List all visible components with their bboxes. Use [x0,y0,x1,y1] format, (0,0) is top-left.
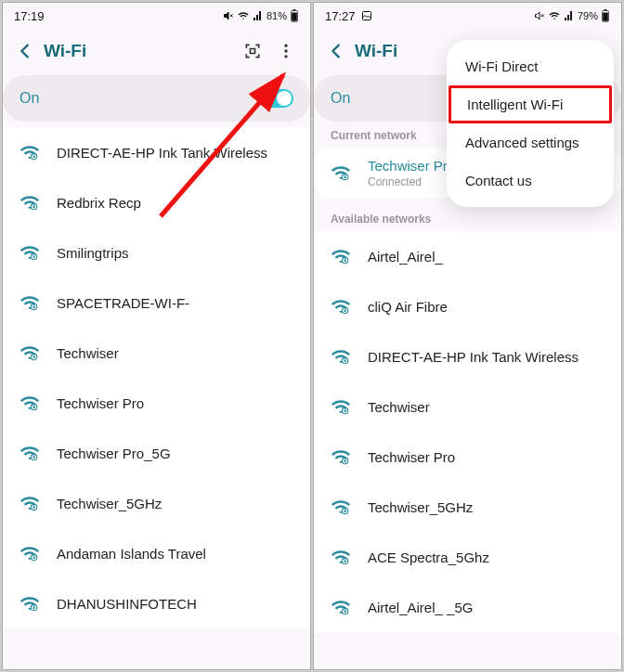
phone-right: 17:27 79% Wi-Fi On Current network [313,2,622,670]
wifi-icon [331,446,351,467]
status-icons: 81% [223,9,299,22]
network-row[interactable]: Techwiser_5GHz [3,478,310,528]
network-row[interactable]: Techwiser Pro_5G [3,428,310,478]
status-bar: 17:19 81% [3,3,310,29]
menu-intelligent-wifi[interactable]: Intelligent Wi-Fi [448,85,612,123]
network-name: Airtel_Airel_ [368,249,604,265]
status-icons: 79% [534,9,610,22]
svg-rect-9 [32,206,34,208]
battery-icon [601,9,610,22]
network-name: Techwiser Pro [57,395,293,411]
wifi-status-icon [548,10,561,21]
toggle-switch[interactable] [258,89,293,108]
wifi-icon [20,393,40,413]
network-row[interactable]: DIRECT-AE-HP Ink Tank Wireless [3,127,310,177]
network-row[interactable]: Techwiser Pro [3,378,310,428]
network-name: DHANUSHINFOTECH [57,596,293,612]
network-row[interactable]: Techwiser [3,328,310,378]
wifi-icon [331,246,351,266]
svg-rect-23 [32,557,34,559]
svg-rect-32 [344,176,345,178]
status-bar: 17:27 79% [314,3,621,29]
network-row[interactable]: SPACETRADE-WI-F- [3,278,310,328]
chevron-left-icon [326,41,346,61]
wifi-icon [20,142,40,162]
more-options-button[interactable] [273,38,299,64]
kebab-icon [277,42,295,60]
menu-contact-us[interactable]: Contact us [447,162,614,200]
wifi-icon [331,296,351,317]
wifi-toggle-row[interactable]: On [3,75,310,122]
wifi-icon [331,162,351,183]
svg-rect-35 [344,260,345,262]
svg-rect-43 [344,460,345,462]
svg-rect-45 [344,510,345,512]
wifi-icon [331,547,351,567]
svg-rect-49 [344,611,345,613]
network-row[interactable]: ACE Spectra_5Ghz [314,532,621,582]
battery-icon [290,9,299,22]
wifi-icon [331,346,351,367]
menu-advanced-settings[interactable]: Advanced settings [447,123,614,162]
wifi-icon [20,493,40,513]
network-row[interactable]: Andaman Islands Travel [3,528,310,578]
qr-icon [243,42,262,60]
on-label: On [20,90,258,107]
wifi-icon [331,597,351,617]
network-name: Redbrix Recp [57,195,293,211]
svg-rect-29 [604,9,607,10]
network-name: Airtel_Airel_ _5G [368,600,604,615]
overflow-menu: Wi-Fi Direct Intelligent Wi-Fi Advanced … [447,40,614,207]
wifi-icon [20,192,40,213]
mute-icon [223,10,234,21]
network-row[interactable]: DHANUSHINFOTECH [3,578,310,628]
network-name: DIRECT-AE-HP Ink Tank Wireless [57,145,293,161]
network-row[interactable]: Techwiser_5GHz [314,482,621,532]
svg-rect-17 [32,407,34,408]
battery-text: 81% [266,10,287,21]
menu-wifi-direct[interactable]: Wi-Fi Direct [447,47,614,85]
network-name: Techwiser [368,399,604,415]
network-row[interactable]: Airtel_Airel_ _5G [314,582,621,632]
back-button[interactable] [321,36,351,66]
network-name: Techwiser [57,345,293,361]
network-row[interactable]: Redbrix Recp [3,177,310,227]
signal-icon [253,10,264,21]
screenshot-icon [361,10,372,21]
network-row[interactable]: DIRECT-AE-HP Ink Tank Wireless [314,331,621,381]
svg-rect-1 [293,9,296,10]
clock: 17:27 [325,9,356,23]
available-networks-label: Available networks [314,205,621,231]
svg-rect-30 [603,13,608,21]
svg-rect-7 [32,156,34,158]
page-title: Wi-Fi [44,41,240,61]
network-name: ACE Spectra_5Ghz [368,549,604,565]
wifi-status-icon [237,10,250,21]
network-name: Techwiser Pro_5G [57,446,293,461]
network-list: DIRECT-AE-HP Ink Tank WirelessRedbrix Re… [3,127,310,628]
network-row[interactable]: Smilingtrips [3,227,310,278]
wifi-icon [20,593,40,614]
wifi-icon [20,342,40,363]
signal-icon [564,10,575,21]
network-name: DIRECT-AE-HP Ink Tank Wireless [368,349,604,365]
wifi-icon [20,543,40,563]
network-name: Andaman Islands Travel [57,546,293,562]
network-row[interactable]: Techwiser [314,381,621,432]
network-name: SPACETRADE-WI-F- [57,295,293,311]
svg-rect-41 [344,410,345,412]
wifi-icon [20,242,40,263]
back-button[interactable] [10,36,40,66]
svg-rect-47 [344,561,345,562]
svg-rect-21 [32,507,34,509]
wifi-icon [331,497,351,517]
network-row[interactable]: Airtel_Airel_ [314,231,621,281]
phone-left: 17:19 81% Wi-Fi [2,2,311,670]
network-name: Techwiser_5GHz [57,496,293,511]
svg-point-3 [284,45,287,47]
chevron-left-icon [15,41,35,61]
network-row[interactable]: Techwiser Pro [314,432,621,482]
qr-scan-button[interactable] [240,38,266,64]
battery-text: 79% [578,10,598,21]
network-row[interactable]: cliQ Air Fibre [314,281,621,331]
